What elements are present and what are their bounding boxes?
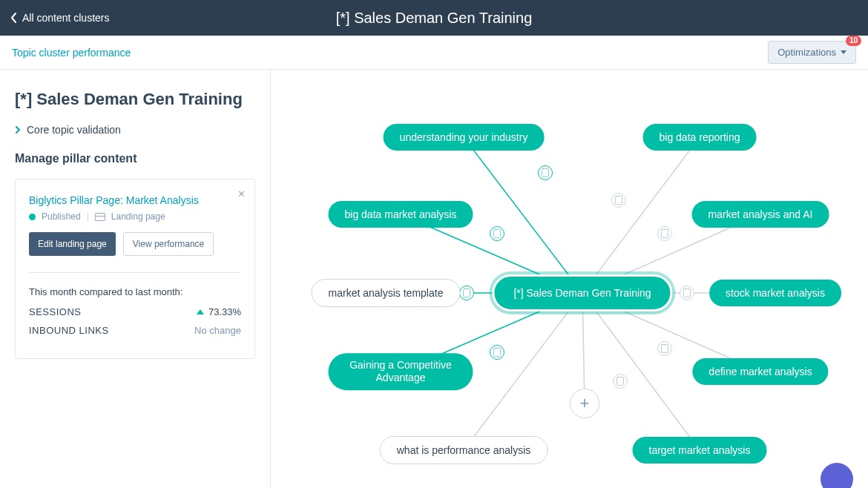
link-handle-icon[interactable]: [611, 193, 626, 208]
pillar-card: ✕ Biglytics Pillar Page: Market Analysis…: [15, 179, 255, 359]
topic-node-big-data-market-analysis[interactable]: big data market analysis: [329, 201, 473, 228]
stat-inbound-value: No change: [194, 325, 241, 336]
link-handle-icon[interactable]: [459, 286, 474, 300]
landing-page-icon: [95, 213, 105, 221]
trend-up-icon: [197, 309, 204, 314]
back-link[interactable]: All content clusters: [0, 12, 110, 24]
subbar: Topic cluster performance Optimizations …: [0, 36, 868, 70]
stat-sessions-label: SESSIONS: [29, 306, 81, 317]
topic-node-performance-analysis[interactable]: what is performance analysis: [380, 436, 548, 464]
center-node[interactable]: [*] Sales Deman Gen Training: [492, 274, 672, 311]
back-label: All content clusters: [22, 12, 110, 24]
chevron-left-icon: [10, 12, 18, 24]
topic-node-target-market-analysis[interactable]: target market analysis: [633, 437, 767, 464]
chevron-down-icon: [841, 50, 846, 54]
svg-line-9: [582, 293, 700, 450]
link-handle-icon[interactable]: [490, 345, 504, 360]
status-dot-icon: [29, 214, 36, 220]
topic-cluster-performance-link[interactable]: Topic cluster performance: [12, 47, 131, 59]
topic-node-competitive-advantage[interactable]: Gaining a Competitive Advantage: [329, 353, 473, 390]
separator: |: [87, 211, 89, 222]
edit-landing-page-button[interactable]: Edit landing page: [29, 232, 116, 256]
view-performance-button[interactable]: View performance: [123, 232, 214, 256]
optimizations-badge: 10: [846, 36, 861, 46]
optimizations-button[interactable]: Optimizations 10: [768, 41, 856, 64]
topic-node-market-analysis-ai[interactable]: market analysis and AI: [692, 201, 829, 228]
topic-node-big-data-reporting[interactable]: big data reporting: [643, 124, 757, 151]
cluster-graph[interactable]: understanding your industry big data rep…: [271, 70, 868, 488]
svg-line-0: [464, 137, 582, 293]
content-type-label: Landing page: [111, 211, 165, 222]
link-handle-icon[interactable]: [538, 165, 553, 180]
core-topic-validation-toggle[interactable]: Core topic validation: [15, 124, 255, 136]
stat-sessions-value: 73.33%: [208, 306, 241, 317]
core-topic-validation-label: Core topic validation: [27, 124, 121, 136]
node-line2: Advantage: [376, 372, 426, 383]
close-icon[interactable]: ✕: [237, 188, 246, 200]
divider: [29, 272, 241, 273]
optimizations-label: Optimizations: [777, 47, 836, 58]
chevron-right-icon: [15, 125, 21, 134]
svg-line-5: [582, 137, 700, 293]
sidebar: [*] Sales Deman Gen Training Core topic …: [0, 70, 271, 488]
link-handle-icon[interactable]: [657, 341, 672, 356]
status-label: Published: [42, 211, 81, 222]
cluster-title: [*] Sales Deman Gen Training: [15, 90, 255, 109]
stat-inbound-label: INBOUND LINKS: [29, 325, 109, 336]
link-handle-icon[interactable]: [657, 226, 672, 241]
link-handle-icon[interactable]: [613, 374, 628, 389]
add-node-button[interactable]: +: [570, 389, 599, 418]
svg-line-10: [464, 293, 582, 450]
topbar: All content clusters [*] Sales Deman Gen…: [0, 0, 868, 36]
topic-node-stock-market-analysis[interactable]: stock market analysis: [709, 280, 841, 306]
page-title: [*] Sales Deman Gen Training: [336, 10, 533, 27]
compare-label: This month compared to last month:: [29, 286, 241, 297]
topic-node-market-analysis-template[interactable]: market analysis template: [312, 279, 461, 307]
pillar-card-title[interactable]: Biglytics Pillar Page: Market Analysis: [29, 194, 241, 206]
link-handle-icon[interactable]: [680, 286, 694, 300]
manage-pillar-heading: Manage pillar content: [15, 152, 255, 165]
topic-node-define-market-analysis[interactable]: define market analysis: [692, 358, 828, 385]
node-line1: Gaining a Competitive: [349, 359, 452, 371]
topic-node-understanding-industry[interactable]: understanding your industry: [384, 124, 545, 151]
link-handle-icon[interactable]: [490, 226, 504, 241]
